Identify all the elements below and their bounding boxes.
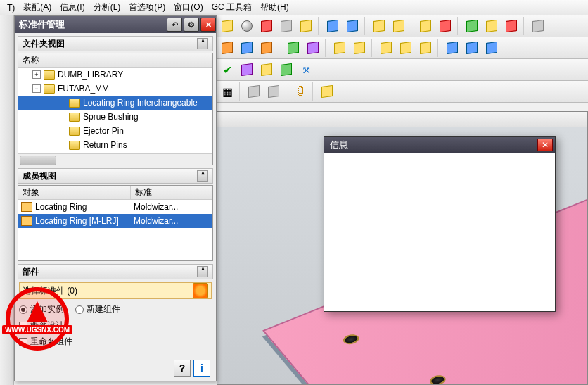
col-standard[interactable]: 标准 [131, 186, 212, 199]
info-icon[interactable]: i [193, 360, 210, 377]
folder-tree: 名称 +DUMB_LIBRARY −FUTABA_MM Locating Rin… [18, 53, 213, 165]
tb2-9[interactable] [397, 39, 415, 57]
menu-help[interactable]: 帮助(H) [256, 1, 293, 13]
section-folder-view[interactable]: 文件夹视图 ˄ [18, 36, 213, 51]
collapse-icon[interactable]: ˄ [197, 170, 208, 182]
toolbar-2 [217, 37, 588, 59]
tb-cube-gray[interactable] [277, 17, 295, 35]
tb4-3[interactable] [264, 82, 283, 101]
tb-cube-red[interactable] [257, 17, 276, 35]
radio-label: 新建组件 [87, 303, 120, 315]
close-icon[interactable]: ✕ [200, 18, 216, 32]
toolbar-4: ▦ 🛢 [217, 81, 588, 103]
info-dialog-titlebar[interactable]: 信息 ✕ [324, 137, 555, 153]
tb-cube-red3[interactable] [502, 17, 520, 35]
toolbar-1 [217, 15, 588, 37]
tb-cube-red2[interactable] [436, 17, 454, 35]
menu-assembly[interactable]: 装配(A) [19, 1, 56, 13]
info-dialog-body [324, 153, 555, 311]
tb-cube6[interactable] [482, 17, 501, 35]
folder-icon [44, 84, 55, 94]
tb2-7[interactable] [350, 39, 369, 57]
tree-item-ejector-pin[interactable]: Ejector Pin [18, 124, 212, 138]
menu-window[interactable]: 窗口(O) [170, 1, 207, 13]
folder-icon [44, 70, 55, 80]
panel-footer-buttons: ? i [174, 360, 210, 377]
tb4-2[interactable] [245, 82, 263, 101]
undo-icon[interactable]: ↶ [167, 18, 182, 32]
target-icon[interactable] [193, 283, 208, 298]
tree-item-dumb-library[interactable]: +DUMB_LIBRARY [18, 68, 212, 82]
h-scrollbar[interactable] [18, 153, 212, 165]
section-label: 文件夹视图 [23, 38, 65, 50]
tb2-12[interactable] [463, 39, 481, 57]
tb3-2[interactable] [238, 61, 256, 79]
tb-grid-icon[interactable] [529, 17, 547, 35]
part-icon [21, 202, 32, 212]
tree-item-return-pins[interactable]: Return Pins [18, 138, 212, 152]
table-header: 对象 标准 [18, 186, 212, 200]
section-member-view[interactable]: 成员视图 ˄ [18, 168, 213, 184]
section-part[interactable]: 部件 ˄ [18, 264, 213, 279]
panel-titlebar[interactable]: 标准件管理 ↶ ⚙ ✕ [15, 16, 216, 33]
tree-item-futaba[interactable]: −FUTABA_MM [18, 82, 212, 96]
collapse-icon[interactable]: ˄ [197, 38, 208, 49]
tree-header-name[interactable]: 名称 [18, 53, 212, 68]
menu-analysis[interactable]: 分析(L) [89, 1, 125, 13]
viewport-tabs [217, 112, 587, 127]
tb2-4[interactable] [284, 39, 302, 57]
tree-item-locating-ring[interactable]: Locating Ring Interchangeable [18, 96, 212, 110]
tb-cube5[interactable] [416, 17, 435, 35]
tb-cube-green[interactable] [463, 17, 481, 35]
tb-cube-blue[interactable] [324, 17, 342, 35]
tb2-6[interactable] [331, 39, 349, 57]
tb3-axis[interactable]: ⤱ [297, 61, 315, 79]
collapse-icon[interactable]: ˄ [197, 266, 208, 277]
tb-cube1[interactable] [218, 17, 236, 35]
help-icon[interactable]: ? [174, 360, 191, 377]
menu-info[interactable]: 信息(I) [56, 1, 89, 13]
tree-body[interactable]: +DUMB_LIBRARY −FUTABA_MM Locating Ring I… [18, 68, 212, 153]
tb2-5[interactable] [304, 39, 322, 57]
info-dialog: 信息 ✕ [324, 136, 556, 312]
watermark-stamp: WWW.UGSNX.COM [6, 287, 69, 351]
tree-item-sprue-bushing[interactable]: Sprue Bushing [18, 110, 212, 124]
tb2-2[interactable] [238, 39, 256, 57]
tb3-4[interactable] [277, 61, 295, 79]
menu-bar: T) 装配(A) 信息(I) 分析(L) 首选项(P) 窗口(O) GC 工具箱… [0, 0, 588, 15]
toolbar-3: ✔ ⤱ [217, 59, 588, 81]
radio-new-component[interactable] [75, 305, 84, 314]
stamp-url: WWW.UGSNX.COM [2, 325, 72, 334]
tb3-3[interactable] [257, 61, 276, 79]
tb-cube2[interactable] [297, 17, 315, 35]
tb3-check[interactable]: ✔ [218, 61, 236, 79]
tb2-13[interactable] [482, 39, 501, 57]
col-object[interactable]: 对象 [18, 186, 131, 199]
menu-prefs[interactable]: 首选项(P) [124, 1, 170, 13]
part-icon [21, 216, 32, 226]
tb2-11[interactable] [443, 39, 461, 57]
tb-sphere[interactable] [238, 17, 256, 35]
expand-icon[interactable]: − [32, 84, 41, 93]
table-row[interactable]: Locating Ring [M-LRJ] Moldwizar... [18, 214, 212, 228]
folder-icon [69, 99, 80, 108]
hole-icon [340, 332, 362, 346]
section-label: 成员视图 [23, 170, 56, 182]
tb-cube4[interactable] [390, 17, 408, 35]
menu-t[interactable]: T) [3, 3, 19, 13]
menu-gc-toolbox[interactable]: GC 工具箱 [207, 1, 256, 13]
folder-icon [69, 141, 80, 150]
tb2-3[interactable] [257, 39, 276, 57]
tb-cube3[interactable] [370, 17, 388, 35]
tb2-1[interactable] [218, 39, 236, 57]
close-icon[interactable]: ✕ [537, 139, 553, 151]
tb4-4[interactable] [318, 82, 336, 101]
tb4-db[interactable]: 🛢 [291, 82, 309, 101]
tb2-10[interactable] [416, 39, 435, 57]
table-row[interactable]: Locating Ring Moldwizar... [18, 200, 212, 214]
tb2-8[interactable] [377, 39, 395, 57]
gear-icon[interactable]: ⚙ [184, 18, 199, 32]
tb4-1[interactable]: ▦ [218, 82, 236, 101]
expand-icon[interactable]: + [32, 70, 41, 79]
tb-cube-blue2[interactable] [343, 17, 362, 35]
